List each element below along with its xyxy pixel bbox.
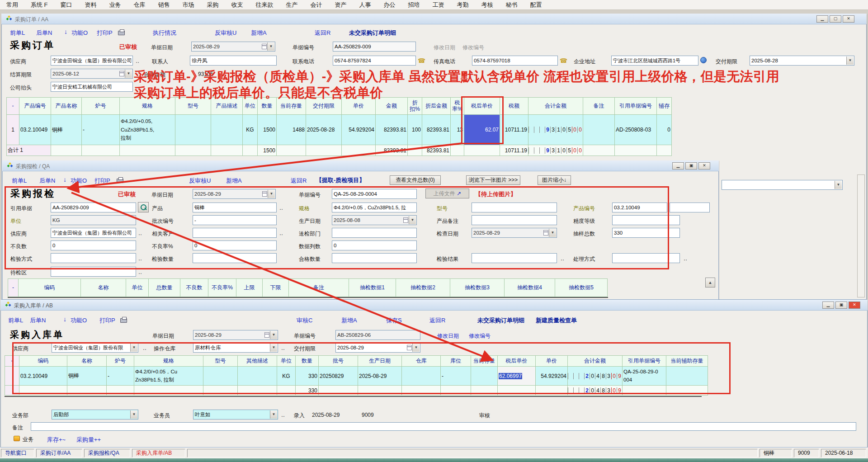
qa-datacols-field[interactable]: 0 bbox=[332, 240, 417, 250]
more-dots-icon[interactable]: ‥ bbox=[281, 345, 285, 351]
cell-total-digit-grid[interactable]: 2 0 4 8 3 0 9 bbox=[568, 367, 623, 386]
statusbar-tab-nav[interactable]: 导航窗口 bbox=[1, 449, 34, 457]
cell-desc[interactable] bbox=[211, 115, 243, 145]
menu-item[interactable]: 配置 bbox=[524, 1, 548, 9]
chevron-down-icon[interactable]: ▼ bbox=[270, 331, 277, 339]
col-header[interactable]: - bbox=[8, 279, 19, 297]
ab-pending-detail-link[interactable]: 未交采购订单明细 bbox=[477, 316, 524, 325]
col-header[interactable]: 下限 bbox=[263, 279, 289, 297]
chevron-down-icon[interactable]: ▼ bbox=[267, 42, 274, 51]
col-header[interactable]: 备注 bbox=[583, 98, 615, 115]
col-header[interactable]: 单位 bbox=[126, 279, 149, 297]
qa-function-button[interactable]: 功能O bbox=[71, 177, 87, 185]
menu-item[interactable]: 采购 bbox=[201, 1, 225, 9]
cell-unit[interactable]: KG bbox=[243, 115, 258, 145]
menu-item[interactable]: 常用 bbox=[0, 1, 24, 9]
cell-other-desc[interactable] bbox=[238, 367, 277, 386]
po-date-field[interactable]: 2025-08-29▼ bbox=[191, 42, 275, 52]
qa-pcode-extra-field[interactable] bbox=[670, 203, 710, 212]
qa-sample-field[interactable]: 330 bbox=[612, 228, 680, 238]
qa-handle-field[interactable] bbox=[612, 253, 680, 263]
ab-table-row[interactable]: 03.2.10049 铜棒 - Φ4.2/0/+0.05，CuZn38Pb1.5… bbox=[5, 367, 708, 386]
po-back-button[interactable]: 返回R bbox=[315, 29, 330, 37]
qa-checkdate-field[interactable]: 2025-08-29▼ bbox=[472, 228, 557, 238]
ab-deliver-field[interactable]: 2025-08-29▼ bbox=[335, 343, 420, 353]
qa-checkqty-field[interactable] bbox=[193, 253, 277, 263]
col-header[interactable]: 数量 bbox=[296, 356, 319, 367]
menu-item[interactable]: 会计 bbox=[304, 1, 329, 9]
statusbar-tab-po[interactable]: 采购订单/AA bbox=[36, 449, 82, 457]
cell-deliver-date[interactable]: 2025-08-28 bbox=[306, 115, 342, 145]
col-header[interactable]: 编码 bbox=[19, 356, 67, 367]
menu-item[interactable]: 资产 bbox=[329, 1, 353, 9]
menu-item[interactable]: 工资 bbox=[426, 1, 451, 9]
col-header[interactable]: 编码 bbox=[19, 279, 81, 297]
col-header[interactable]: 抽检数据1 bbox=[349, 279, 396, 297]
close-icon[interactable]: ✕ bbox=[698, 162, 710, 170]
ab-titlebar[interactable]: 采购入库单 / AB ▁ ▣ ✕ bbox=[0, 300, 868, 311]
cell-amount[interactable]: 82393.81 bbox=[376, 115, 408, 145]
ab-save-button[interactable]: 保存S bbox=[386, 316, 402, 325]
minimize-icon[interactable]: ▁ bbox=[822, 302, 834, 309]
qa-method-field[interactable] bbox=[51, 253, 136, 263]
qa-customer-field[interactable] bbox=[193, 228, 277, 238]
menu-item[interactable]: 市场 bbox=[176, 1, 201, 9]
po-contact-field[interactable]: 徐丹凤 bbox=[190, 56, 277, 66]
col-header[interactable]: 折扣% bbox=[408, 98, 422, 115]
minimize-icon[interactable]: ▁ bbox=[816, 15, 828, 23]
col-header[interactable]: 生产日期 bbox=[358, 356, 402, 367]
col-header[interactable]: 仓库 bbox=[402, 356, 441, 367]
col-header[interactable]: 库位 bbox=[441, 356, 471, 367]
po-next-button[interactable]: 后单N bbox=[36, 29, 52, 37]
chevron-down-icon[interactable]: ▼ bbox=[412, 344, 420, 352]
po-supplier-field[interactable]: 宁波金田铜业（集团）股份有限公司 bbox=[51, 56, 133, 66]
col-header[interactable]: 产品编号 bbox=[19, 98, 51, 115]
more-dots-icon[interactable]: ‥ bbox=[136, 58, 140, 64]
po-add-button[interactable]: 新增A bbox=[251, 29, 267, 37]
ab-purchase-qty-link[interactable]: 采购量++ bbox=[76, 436, 101, 444]
ab-date-field[interactable]: 2025-08-29▼ bbox=[193, 330, 278, 340]
chevron-down-icon[interactable]: ▼ bbox=[270, 344, 277, 352]
qa-model-field[interactable] bbox=[472, 203, 557, 212]
menu-item[interactable]: 窗口 bbox=[54, 1, 79, 9]
col-header[interactable]: 名称 bbox=[81, 279, 126, 297]
cell-batch[interactable]: 20250829 bbox=[319, 367, 358, 386]
col-header[interactable]: 总数量 bbox=[149, 279, 180, 297]
cell-spec[interactable]: Φ4.2/0/+0.05,CuZn38Pb1.5,拉制 bbox=[120, 115, 175, 145]
col-header[interactable]: 炉号 bbox=[107, 356, 134, 367]
qa-add-button[interactable]: 新增A bbox=[226, 177, 242, 185]
menu-item[interactable]: 仓库 bbox=[127, 1, 152, 9]
qa-extract-link[interactable]: 【提取-质检项目】 bbox=[316, 176, 365, 184]
ab-back-button[interactable]: 返回R bbox=[429, 316, 445, 325]
chevron-down-icon[interactable]: ▼ bbox=[270, 410, 277, 419]
col-header[interactable]: 税后单价 bbox=[498, 356, 536, 367]
cell-location[interactable]: - bbox=[441, 367, 471, 386]
col-header[interactable]: 税额 bbox=[500, 98, 528, 115]
col-header[interactable]: 批号 bbox=[319, 356, 358, 367]
qa-no-field[interactable]: QA-25-08-29-0004 bbox=[332, 189, 417, 199]
cell-aux-stock[interactable] bbox=[666, 367, 708, 386]
menu-item[interactable]: 考勤 bbox=[451, 1, 475, 9]
cell-price[interactable]: 54.929204 bbox=[536, 367, 568, 386]
cell-model[interactable] bbox=[175, 115, 211, 145]
cell-current-stock[interactable] bbox=[471, 367, 498, 386]
col-header[interactable]: 单位 bbox=[277, 356, 296, 367]
qa-titlebar[interactable]: 采购报检 / QA ▁ ▣ ✕ bbox=[2, 160, 719, 171]
ab-next-button[interactable]: 后单N bbox=[30, 316, 46, 325]
col-header[interactable]: - bbox=[5, 356, 19, 367]
qa-product-field[interactable]: 铜棒 bbox=[193, 203, 277, 212]
col-header[interactable]: 税后单价 bbox=[464, 98, 500, 115]
po-pending-detail-link[interactable]: 未交采购订单明细 bbox=[349, 29, 396, 37]
col-header[interactable]: 抽检数据3 bbox=[450, 279, 505, 297]
col-header[interactable]: 税率% bbox=[451, 98, 464, 115]
po-exec-status-button[interactable]: 执行情况 bbox=[153, 29, 176, 37]
cell-note[interactable] bbox=[583, 115, 615, 145]
cell-product-name[interactable]: 铜棒 bbox=[67, 367, 107, 386]
cell-ref-no[interactable]: QA-25-08-29-0004 bbox=[623, 367, 666, 386]
cell-total-digit-grid[interactable]: 9 3 1 0 5 0 0 bbox=[528, 115, 583, 145]
qa-okqty-field[interactable] bbox=[332, 253, 417, 263]
col-header[interactable]: 上限 bbox=[236, 279, 263, 297]
ab-prev-button[interactable]: 前单L bbox=[8, 316, 23, 325]
cell-spec[interactable]: Φ4.2/0/+0.05，CuZn38Pb1.5, 拉制 bbox=[134, 367, 203, 386]
qa-precision-field[interactable] bbox=[612, 215, 680, 225]
